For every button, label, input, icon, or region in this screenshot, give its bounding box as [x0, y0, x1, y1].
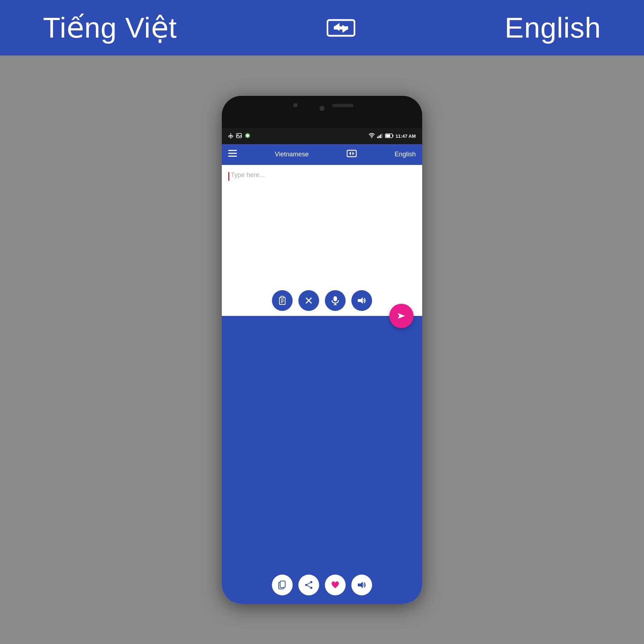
app-bar: Vietnamese English: [222, 144, 422, 165]
wifi-icon: [369, 133, 375, 139]
banner-swap-icon[interactable]: [327, 17, 355, 39]
svg-rect-35: [280, 581, 285, 587]
svg-marker-32: [358, 297, 363, 304]
phone-top: [222, 96, 422, 128]
clipboard-button[interactable]: [272, 290, 293, 311]
notification-icon: [245, 133, 250, 140]
status-bar: 11:47 AM: [222, 128, 422, 144]
svg-point-37: [305, 584, 307, 586]
phone-device: 11:47 AM Vietnamese Engl: [222, 96, 422, 604]
svg-marker-21: [352, 152, 354, 155]
svg-rect-12: [381, 133, 382, 138]
input-placeholder-text[interactable]: Type here...: [231, 171, 265, 179]
screen-content: Type here...: [222, 165, 422, 604]
input-area: Type here...: [222, 165, 422, 287]
banner-target-lang[interactable]: English: [505, 11, 601, 44]
hamburger-menu-icon[interactable]: [228, 150, 237, 159]
svg-rect-16: [228, 150, 237, 151]
svg-rect-29: [333, 296, 337, 301]
share-output-button[interactable]: [298, 575, 319, 595]
svg-rect-23: [281, 296, 284, 298]
usb-icon: [228, 133, 233, 140]
banner-source-lang[interactable]: Tiếng Việt: [43, 11, 177, 44]
svg-rect-15: [393, 135, 394, 137]
svg-rect-18: [228, 156, 237, 157]
status-time: 11:47 AM: [395, 133, 416, 139]
svg-line-40: [307, 585, 310, 587]
camera: [319, 106, 325, 111]
svg-marker-33: [398, 313, 405, 319]
app-swap-icon[interactable]: [347, 150, 357, 159]
text-cursor: [228, 172, 229, 181]
top-banner: Tiếng Việt English: [0, 0, 644, 55]
svg-point-38: [310, 587, 312, 589]
svg-point-7: [246, 134, 249, 137]
svg-point-8: [371, 137, 372, 138]
clear-button[interactable]: [298, 290, 319, 311]
status-icons-left: [228, 133, 250, 140]
status-icons-right: 11:47 AM: [369, 133, 416, 139]
input-placeholder-display: Type here...: [222, 165, 422, 265]
translate-button[interactable]: [389, 304, 414, 328]
battery-icon: [385, 133, 394, 139]
favorite-output-button[interactable]: [325, 575, 346, 595]
svg-marker-20: [349, 152, 351, 155]
app-source-lang[interactable]: Vietnamese: [275, 151, 309, 158]
svg-rect-9: [377, 137, 378, 138]
svg-rect-14: [386, 134, 390, 137]
svg-line-39: [307, 582, 310, 584]
svg-rect-17: [228, 153, 237, 154]
output-area: [222, 316, 422, 604]
microphone-button[interactable]: [325, 290, 346, 311]
svg-rect-11: [380, 135, 381, 138]
earpiece: [332, 104, 353, 107]
svg-marker-41: [358, 582, 363, 588]
copy-output-button[interactable]: [272, 575, 293, 595]
speaker-output-button[interactable]: [351, 575, 372, 595]
outer-container: 11:47 AM Vietnamese Engl: [0, 55, 644, 644]
app-target-lang[interactable]: English: [395, 151, 416, 158]
front-camera-dot: [293, 103, 298, 107]
output-buttons-row: [222, 570, 422, 600]
image-icon: [236, 133, 242, 139]
svg-point-36: [310, 581, 312, 583]
signal-icon: [377, 133, 383, 139]
svg-rect-19: [347, 150, 356, 157]
speaker-button-input[interactable]: [351, 290, 372, 311]
svg-point-3: [230, 137, 231, 138]
input-wrapper: Type here...: [222, 165, 422, 316]
svg-rect-10: [379, 136, 380, 138]
